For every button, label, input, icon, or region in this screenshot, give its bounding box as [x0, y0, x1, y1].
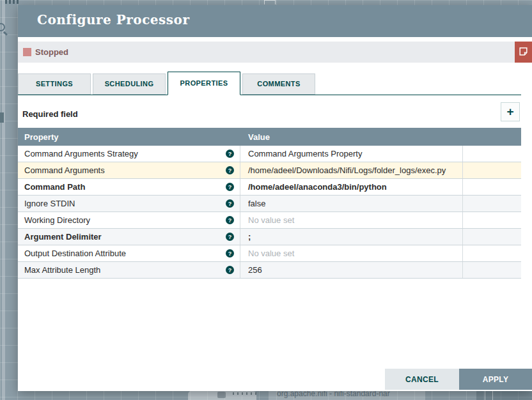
- row-extra-cell: [463, 196, 521, 212]
- help-icon[interactable]: ?: [226, 183, 234, 191]
- property-name: Output Destination Attribute: [24, 249, 126, 258]
- property-name-cell: Ignore STDIN?: [18, 196, 240, 212]
- background-divider: [485, 391, 485, 400]
- apply-button[interactable]: APPLY: [459, 369, 532, 390]
- stopped-square-icon: [23, 48, 31, 56]
- property-value-cell[interactable]: 256: [240, 262, 463, 278]
- table-row[interactable]: Command Arguments?/home/adeel/Downloads/…: [18, 162, 521, 179]
- row-extra-cell: [463, 262, 521, 278]
- table-row[interactable]: Ignore STDIN?false: [18, 196, 521, 212]
- value-column-header: Value: [240, 132, 463, 142]
- table-row[interactable]: Max Attribute Length?256: [18, 262, 521, 279]
- processor-status-bar: Stopped: [18, 42, 532, 63]
- properties-table-body: Command Arguments Strategy?Command Argum…: [18, 146, 521, 279]
- tab-comments[interactable]: COMMENTS: [242, 73, 315, 95]
- add-property-button[interactable]: +: [501, 102, 520, 121]
- plus-icon: +: [506, 105, 513, 118]
- row-extra-cell: [463, 179, 521, 195]
- property-name: Command Arguments: [24, 165, 105, 175]
- required-field-label: Required field: [22, 109, 78, 119]
- property-value-cell[interactable]: false: [240, 196, 463, 212]
- property-value-cell[interactable]: No value set: [240, 245, 463, 261]
- dialog-title: Configure Processor: [37, 12, 189, 27]
- canvas-left-band: [2, 0, 5, 400]
- property-name-cell: Working Directory?: [18, 212, 240, 228]
- tab-properties[interactable]: PROPERTIES: [168, 72, 240, 95]
- hash-marks-fragment: [233, 392, 260, 395]
- processor-icon-fragment: [217, 392, 226, 398]
- configure-processor-dialog: Configure Processor Stopped SETTINGSSCHE…: [18, 5, 532, 391]
- canvas-component-fragment: [0, 112, 4, 123]
- help-icon[interactable]: ?: [226, 150, 234, 158]
- table-row[interactable]: Command Arguments Strategy?Command Argum…: [18, 146, 521, 162]
- table-row[interactable]: Output Destination Attribute?No value se…: [18, 245, 521, 262]
- property-column-header: Property: [18, 132, 240, 142]
- help-icon[interactable]: ?: [226, 166, 234, 174]
- property-name-cell: Command Arguments?: [18, 162, 240, 178]
- table-row[interactable]: Command Path?/home/adeel/anaconda3/bin/p…: [18, 179, 521, 196]
- property-name-cell: Command Path?: [18, 179, 240, 195]
- property-name: Command Arguments Strategy: [24, 149, 138, 158]
- help-icon[interactable]: ?: [226, 266, 234, 274]
- background-divider: [492, 391, 493, 400]
- property-name-cell: Output Destination Attribute?: [18, 245, 240, 261]
- status-label: Stopped: [35, 47, 68, 57]
- cancel-button[interactable]: CANCEL: [385, 369, 459, 390]
- table-row[interactable]: Argument Delimiter?;: [18, 229, 521, 245]
- row-extra-cell: [463, 245, 521, 261]
- table-toolbar: Required field +: [18, 102, 521, 123]
- property-name: Ignore STDIN: [24, 199, 75, 208]
- property-name-cell: Command Arguments Strategy?: [18, 146, 240, 162]
- tab-bar: SETTINGSSCHEDULINGPROPERTIESCOMMENTS: [18, 72, 521, 95]
- property-value-cell[interactable]: No value set: [240, 212, 463, 228]
- property-name: Argument Delimiter: [24, 232, 102, 242]
- dialog-header: Configure Processor: [18, 5, 532, 37]
- property-name-cell: Argument Delimiter?: [18, 229, 240, 245]
- row-extra-cell: [463, 162, 521, 178]
- row-extra-cell: [463, 146, 521, 162]
- help-icon[interactable]: ?: [226, 249, 234, 258]
- properties-table-header: Property Value: [18, 128, 521, 146]
- property-name-cell: Max Attribute Length?: [18, 262, 240, 278]
- row-extra-cell: [463, 229, 521, 245]
- property-name: Command Path: [24, 182, 85, 192]
- help-icon[interactable]: ?: [226, 199, 234, 208]
- canvas-label-fragment: [5, 0, 20, 4]
- property-value-cell[interactable]: Command Arguments Property: [240, 146, 463, 162]
- property-name: Max Attribute Length: [24, 265, 100, 275]
- property-value-cell[interactable]: ;: [240, 229, 463, 245]
- property-name: Working Directory: [24, 215, 90, 225]
- tab-settings[interactable]: SETTINGS: [18, 73, 91, 95]
- bulletin-button[interactable]: [515, 42, 532, 63]
- canvas-node-fragment: [264, 0, 276, 4]
- table-row[interactable]: Working Directory?No value set: [18, 212, 521, 229]
- help-icon[interactable]: ?: [226, 216, 234, 224]
- property-value-cell[interactable]: /home/adeel/anaconda3/bin/python: [240, 179, 463, 195]
- properties-table: Property Value Command Arguments Strateg…: [18, 128, 521, 279]
- property-value-cell[interactable]: /home/adeel/Downloads/Nifi/Logs/folder_l…: [240, 162, 463, 178]
- tab-scheduling[interactable]: SCHEDULING: [93, 73, 166, 95]
- sticky-note-icon: [519, 47, 528, 58]
- row-extra-cell: [463, 212, 521, 228]
- help-icon[interactable]: ?: [226, 233, 234, 241]
